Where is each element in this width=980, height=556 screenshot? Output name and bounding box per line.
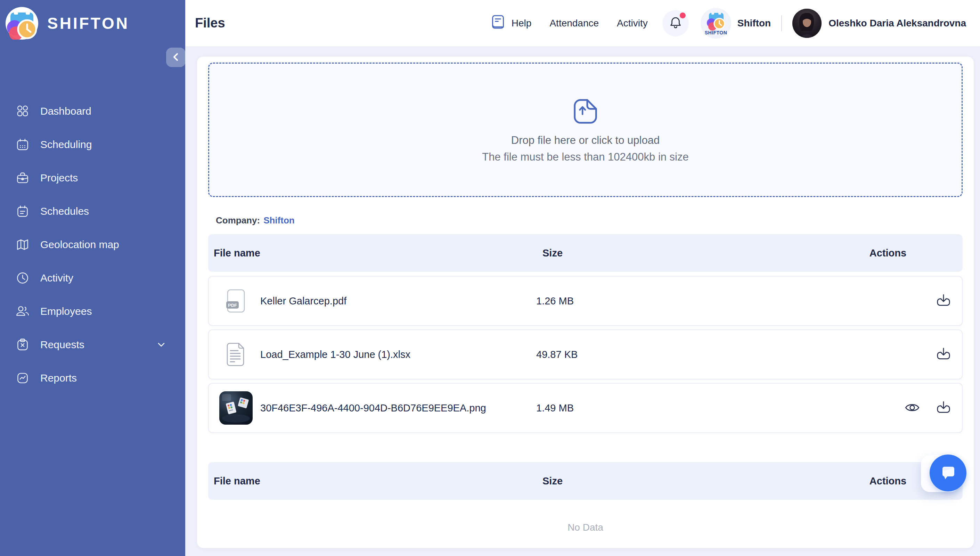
- user-avatar: [792, 9, 822, 38]
- top-nav: Help Attendance Activity: [490, 8, 966, 39]
- pdf-badge-text: PDF: [228, 303, 237, 308]
- sidebar-item-label: Reports: [40, 372, 77, 384]
- sidebar-item-label: Dashboard: [40, 105, 91, 117]
- no-data-placeholder: No Data: [208, 500, 962, 547]
- sidebar-item-label: Schedules: [40, 205, 89, 217]
- sidebar-item-label: Employees: [40, 305, 92, 317]
- sidebar-item-dashboard[interactable]: Dashboard: [0, 95, 185, 128]
- reports-icon: [15, 371, 30, 385]
- column-actions: Actions: [813, 247, 962, 259]
- column-file-name: File name: [214, 247, 542, 259]
- chevron-down-icon: [156, 339, 166, 350]
- main-content: Drop file here or click to upload The fi…: [185, 46, 980, 556]
- brand-name: SHIFTON: [47, 14, 129, 33]
- image-thumbnail: [219, 391, 253, 425]
- sidebar-item-requests[interactable]: Requests: [0, 328, 185, 361]
- requests-icon: [15, 338, 30, 352]
- sidebar-collapse-button[interactable]: [166, 48, 186, 67]
- file-row: Load_Example 1-30 June (1).xlsx 49.87 KB: [208, 330, 962, 380]
- help-link[interactable]: Help: [490, 14, 532, 32]
- scheduling-icon: [15, 137, 30, 152]
- file-name: Keller Galarcep.pdf: [260, 296, 347, 307]
- column-file-name: File name: [214, 475, 542, 487]
- download-icon: [935, 346, 951, 363]
- sidebar-item-geolocation-map[interactable]: Geolocation map: [0, 228, 185, 261]
- file-row: PDF Keller Galarcep.pdf 1.26 MB: [208, 276, 962, 326]
- app-window: SHIFTON Dashboard Scheduling: [0, 0, 980, 556]
- preview-button[interactable]: [904, 399, 920, 417]
- page-title: Files: [195, 16, 225, 31]
- company-files-label: Company:Shifton: [216, 215, 962, 226]
- projects-icon: [15, 171, 30, 185]
- files-card: Drop file here or click to upload The fi…: [197, 57, 974, 548]
- company-label: Company:: [216, 215, 260, 226]
- attendance-link[interactable]: Attendance: [549, 18, 599, 29]
- divider: [781, 15, 782, 31]
- company-logo-avatar: SHIFTON: [701, 8, 731, 39]
- company-files-table-header: File name Size Actions: [208, 234, 962, 272]
- employees-icon: [15, 304, 30, 318]
- download-icon: [935, 293, 951, 310]
- pdf-file-icon: PDF: [219, 284, 253, 318]
- download-button[interactable]: [935, 346, 951, 363]
- sidebar-item-label: Projects: [40, 172, 78, 184]
- eye-icon: [904, 399, 920, 417]
- user-menu[interactable]: Oleshko Daria Aleksandrovna: [792, 9, 966, 38]
- user-name: Oleshko Daria Aleksandrovna: [828, 18, 966, 29]
- activity-clock-icon: [15, 271, 30, 285]
- dashboard-icon: [15, 104, 30, 118]
- dropzone-size-limit: The file must be less than 102400kb in s…: [482, 151, 689, 163]
- brand-link[interactable]: SHIFTON: [6, 7, 129, 40]
- file-size: 49.87 KB: [536, 349, 812, 360]
- download-icon: [935, 399, 951, 417]
- notification-dot: [680, 13, 686, 18]
- shifton-logo-icon: [6, 7, 38, 40]
- file-name: 30F46E3F-496A-4400-904D-B6D76E9EE9EA.png: [260, 402, 486, 414]
- personal-files-table-header: File name Size Actions: [208, 462, 962, 500]
- sidebar: SHIFTON Dashboard Scheduling: [0, 0, 185, 556]
- sidebar-item-label: Requests: [40, 339, 84, 351]
- download-button[interactable]: [935, 293, 951, 310]
- help-label: Help: [512, 18, 532, 29]
- company-switcher[interactable]: SHIFTON Shifton: [701, 8, 771, 39]
- document-file-icon: [219, 337, 253, 372]
- sidebar-item-label: Activity: [40, 272, 73, 284]
- upload-dropzone[interactable]: Drop file here or click to upload The fi…: [208, 63, 962, 197]
- upload-file-icon: [570, 97, 601, 129]
- geolocation-map-icon: [15, 238, 30, 252]
- company-logo-text: SHIFTON: [704, 30, 727, 36]
- sidebar-item-label: Geolocation map: [40, 239, 119, 251]
- chat-widget-button[interactable]: [921, 454, 960, 493]
- activity-link[interactable]: Activity: [617, 18, 648, 29]
- sidebar-nav: Dashboard Scheduling Projects Schedules: [0, 95, 185, 395]
- notifications-button[interactable]: [662, 10, 689, 37]
- file-name: Load_Example 1-30 June (1).xlsx: [260, 349, 410, 360]
- company-name: Shifton: [738, 18, 771, 29]
- help-book-icon: [490, 14, 506, 32]
- sidebar-item-projects[interactable]: Projects: [0, 161, 185, 195]
- sidebar-item-reports[interactable]: Reports: [0, 361, 185, 395]
- column-size: Size: [542, 247, 813, 259]
- column-size: Size: [542, 475, 813, 487]
- download-button[interactable]: [935, 399, 951, 417]
- sidebar-item-schedules[interactable]: Schedules: [0, 195, 185, 228]
- schedules-icon: [15, 204, 30, 218]
- sidebar-item-label: Scheduling: [40, 139, 92, 150]
- sidebar-item-activity[interactable]: Activity: [0, 261, 185, 295]
- sidebar-item-employees[interactable]: Employees: [0, 295, 185, 328]
- file-size: 1.49 MB: [536, 402, 812, 414]
- dropzone-text: Drop file here or click to upload: [511, 134, 660, 147]
- company-link[interactable]: Shifton: [263, 215, 295, 226]
- sidebar-item-scheduling[interactable]: Scheduling: [0, 128, 185, 161]
- file-row: 30F46E3F-496A-4400-904D-B6D76E9EE9EA.png…: [208, 383, 962, 433]
- top-bar: Files Help Attendance Activity: [185, 0, 980, 46]
- bell-icon: [668, 16, 683, 31]
- chevron-left-icon: [171, 52, 180, 63]
- chat-bubble-icon: [930, 454, 966, 491]
- file-size: 1.26 MB: [536, 296, 812, 307]
